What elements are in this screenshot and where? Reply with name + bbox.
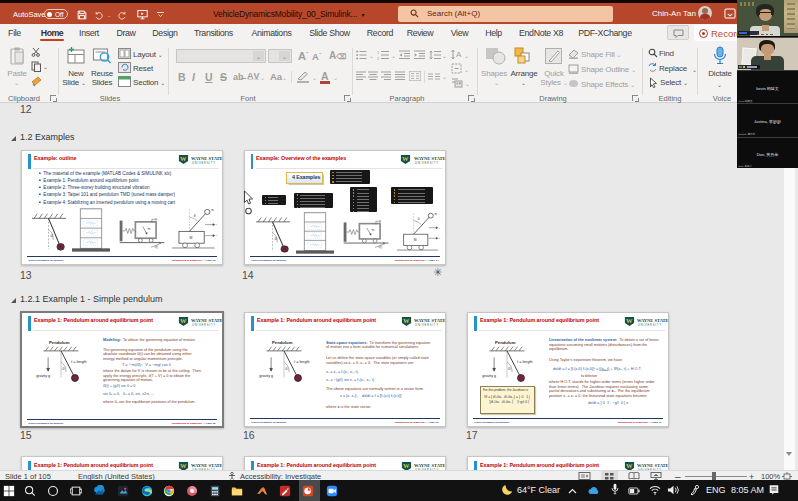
svg-text:1: 1 [377, 50, 380, 55]
svg-text:A: A [456, 50, 462, 59]
svg-text:2: 2 [377, 56, 380, 60]
